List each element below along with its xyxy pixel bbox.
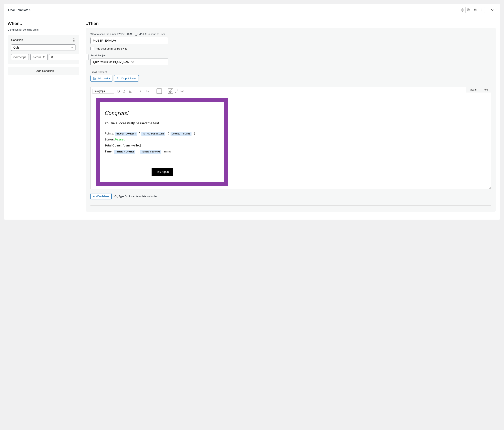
svg-point-17 — [135, 91, 135, 91]
quote-button[interactable] — [145, 89, 150, 94]
var-timer-minutes: TIMER_MINUTES — [114, 150, 135, 154]
italic-icon — [123, 89, 126, 93]
fullscreen-button[interactable] — [174, 89, 179, 94]
tab-visual[interactable]: Visual — [466, 87, 480, 92]
delete-condition-button[interactable] — [72, 38, 75, 42]
var-amount-correct: AMOUNT_CORRECT — [115, 132, 137, 136]
subject-input[interactable] — [90, 59, 168, 65]
svg-point-0 — [462, 9, 463, 10]
link-button[interactable] — [168, 89, 173, 94]
svg-point-2 — [481, 9, 482, 9]
content-buttons: Add media Output Rules — [90, 75, 491, 82]
plus-icon — [33, 70, 36, 72]
tab-text[interactable]: Text — [480, 87, 491, 92]
align-center-icon — [157, 89, 161, 93]
open-paren: ( — [168, 132, 169, 135]
align-right-button[interactable] — [162, 89, 168, 94]
copy-button[interactable] — [466, 7, 472, 13]
value-input[interactable] — [49, 54, 89, 60]
footer-row: Add Variables Or, Type / to insert templ… — [90, 193, 491, 199]
recipient-input[interactable] — [90, 37, 168, 44]
field-select[interactable]: Correct pe — [11, 54, 29, 60]
template-outer: Congrats! You've successfully passed the… — [96, 98, 228, 186]
keyboard-button[interactable] — [180, 89, 185, 94]
operator-select[interactable]: is equal to — [30, 54, 47, 60]
svg-point-16 — [135, 90, 135, 91]
when-panel: When.. Condition for sending email Condi… — [4, 16, 83, 220]
align-left-icon — [152, 89, 155, 93]
add-condition-label: Add Condition — [36, 69, 54, 73]
expand-icon — [175, 89, 178, 93]
var-timer-seconds: TIMER_SECONDS — [140, 150, 162, 154]
bold-button[interactable] — [116, 89, 121, 94]
when-subtitle: Condition for sending email — [8, 28, 79, 31]
var-total-questions: TOTAL_QUESTIONS — [141, 132, 165, 136]
more-button[interactable] — [478, 7, 485, 13]
close-paren: ) — [194, 132, 195, 135]
status-value: Passed — [115, 138, 126, 141]
list-ul-icon — [134, 89, 138, 93]
save-button[interactable] — [472, 7, 478, 13]
editor-wrap: Visual Text Paragraph — [90, 87, 491, 189]
then-panel: ..Then Who to send the email to? Put %US… — [83, 16, 500, 220]
svg-point-3 — [481, 10, 482, 10]
subject-label: Email Subject — [90, 54, 491, 57]
editor-toolbar: Paragraph — [90, 87, 491, 95]
format-select[interactable]: Paragraph — [92, 89, 114, 93]
gear-icon — [461, 8, 464, 12]
editor-content[interactable]: Congrats! You've successfully passed the… — [90, 95, 491, 189]
keyboard-icon — [180, 89, 184, 93]
template-inner: Congrats! You've successfully passed the… — [100, 102, 224, 182]
topbar: Email Template 1 — [4, 4, 500, 16]
rules-icon — [117, 77, 120, 80]
svg-line-31 — [177, 90, 178, 91]
editor-tabs: Visual Text — [466, 87, 491, 92]
output-rules-label: Output Rules — [121, 77, 136, 80]
chevron-down-icon — [491, 8, 494, 12]
quiz-select[interactable]: Quiz — [11, 44, 75, 51]
align-center-button[interactable] — [157, 89, 162, 94]
italic-button[interactable] — [122, 89, 127, 94]
trash-icon — [72, 38, 75, 42]
link-icon — [169, 89, 172, 93]
media-icon — [93, 77, 96, 80]
output-rules-button[interactable]: Output Rules — [114, 75, 139, 82]
ol-button[interactable] — [139, 89, 144, 94]
save-icon — [473, 8, 477, 12]
coins-value: [qsm_wallet] — [123, 144, 141, 147]
template-title: Email Template 1 — [8, 8, 31, 12]
resize-handle[interactable] — [488, 186, 491, 189]
add-media-label: Add media — [98, 77, 110, 80]
time-label: Time: — [105, 150, 113, 153]
add-variables-button[interactable]: Add Variables — [90, 193, 112, 199]
play-again-button[interactable]: Play Again — [152, 168, 173, 176]
coins-label: Total Coins: — [105, 144, 123, 147]
list-ol-icon — [140, 89, 144, 93]
status-label: Status: — [105, 138, 115, 141]
svg-rect-33 — [181, 90, 184, 92]
coins-line: Total Coins: [qsm_wallet] — [105, 143, 220, 148]
content-label: Email Content — [90, 71, 491, 73]
congrats-heading: Congrats! — [105, 110, 220, 116]
reply-to-checkbox[interactable] — [90, 47, 94, 50]
settings-button[interactable] — [459, 7, 466, 13]
passed-text: You've successfully passed the test — [105, 121, 220, 125]
more-vertical-icon — [480, 8, 483, 12]
ul-button[interactable] — [133, 89, 139, 94]
then-title: ..Then — [86, 21, 496, 26]
divider — [90, 205, 491, 206]
content-block: Email Content Add media Output Rules — [90, 71, 491, 206]
underline-button[interactable] — [128, 89, 133, 94]
collapse-button[interactable] — [489, 6, 496, 14]
svg-line-32 — [175, 91, 176, 92]
bold-icon — [117, 89, 120, 93]
svg-line-11 — [124, 90, 125, 92]
status-line: Status:Passed — [105, 137, 220, 142]
slash: / — [139, 132, 140, 135]
add-media-button[interactable]: Add media — [90, 75, 112, 82]
svg-point-4 — [481, 11, 482, 11]
app-container: Email Template 1 — [4, 4, 500, 220]
time-line: Time: TIMER_MINUTES : TIMER_SECONDS mins — [105, 149, 220, 154]
align-left-button[interactable] — [151, 89, 156, 94]
add-condition-button[interactable]: Add Condition — [8, 67, 79, 75]
